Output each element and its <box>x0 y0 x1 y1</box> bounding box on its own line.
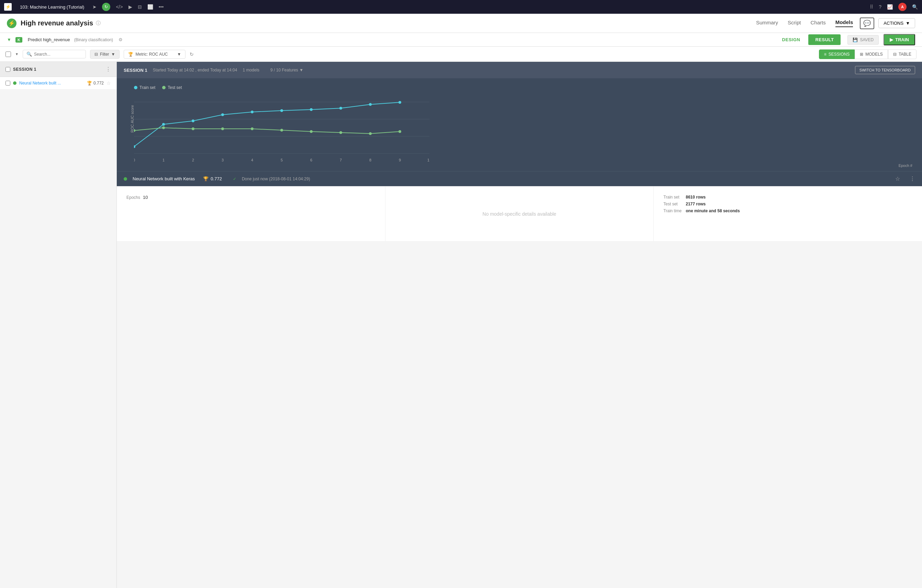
model-info-bar: Neural Network built with Keras 🏆 0.772 … <box>117 171 922 186</box>
y-axis-label: ROC AUC score <box>130 105 134 132</box>
collapse-icon[interactable]: ▼ <box>7 37 11 42</box>
view-buttons: ≡ SESSIONS ⊞ MODELS ⊟ TABLE <box>819 49 917 59</box>
epochs-panel: Epochs 10 <box>117 186 386 241</box>
epochs-detail: Epochs 10 <box>126 195 376 200</box>
nav-summary[interactable]: Summary <box>756 20 778 27</box>
favorite-star-icon[interactable]: ☆ <box>106 80 111 86</box>
grid-icon[interactable]: ⊟ <box>138 4 142 10</box>
apps-icon[interactable]: ⠿ <box>870 4 873 10</box>
help-icon[interactable]: ? <box>879 4 881 10</box>
session-features[interactable]: 9 / 10 Features ▼ <box>270 68 303 72</box>
train-button[interactable]: ▶ TRAIN <box>884 34 915 45</box>
model-info-name: Neural Network built with Keras <box>132 176 195 181</box>
table-icon: ⊟ <box>893 52 897 57</box>
model-menu-icon[interactable]: ⋮ <box>910 175 915 182</box>
actions-button[interactable]: ACTIONS ▼ <box>878 18 915 28</box>
window-title: 103: Machine Learning (Tutorial) <box>20 5 84 10</box>
app-logo[interactable]: ⚡ <box>4 3 12 11</box>
tensorboard-button[interactable]: SWITCH TO TENSORBOARD <box>855 66 915 74</box>
session-models-count: 1 models <box>242 68 259 72</box>
nav-models[interactable]: Models <box>835 19 853 27</box>
result-button[interactable]: RESULT <box>808 34 840 45</box>
save-icon: 💾 <box>853 38 858 42</box>
info-icon[interactable]: ⓘ <box>96 20 101 26</box>
select-all-checkbox[interactable] <box>5 52 11 57</box>
train-legend-item: Train set <box>134 85 155 90</box>
filter-button[interactable]: ⊟ Filter ▼ <box>90 50 120 59</box>
svg-point-30 <box>192 127 195 130</box>
chart-container: Train set Test set ROC AUC score 0.850 <box>117 78 922 171</box>
svg-point-32 <box>251 127 253 130</box>
k-badge: K <box>15 37 22 42</box>
svg-point-36 <box>369 132 372 135</box>
session-checkbox[interactable] <box>5 67 10 72</box>
svg-text:8: 8 <box>369 158 371 162</box>
svg-point-31 <box>221 127 224 130</box>
filter-icon: ⊟ <box>95 52 98 57</box>
model-row[interactable]: Neural Network built ... 🏆 0.772 ☆ <box>0 77 116 90</box>
user-avatar[interactable]: A <box>898 3 907 11</box>
chat-button[interactable]: 💬 <box>860 18 874 29</box>
nav-charts[interactable]: Charts <box>810 20 826 27</box>
sessions-view-button[interactable]: ≡ SESSIONS <box>819 49 855 59</box>
design-button[interactable]: DESIGN <box>777 34 806 45</box>
top-bar-icons: ➤ ↻ </> ▶ ⊟ ⬜ ••• <box>92 3 163 11</box>
model-star-icon[interactable]: ☆ <box>895 175 900 182</box>
epochs-label: Epochs <box>126 195 140 200</box>
svg-point-34 <box>310 130 312 133</box>
svg-text:0: 0 <box>134 158 135 162</box>
page-title: High revenue analysis <box>21 19 93 27</box>
main-content: SESSION 1 ⋮ Neural Network built ... 🏆 0… <box>0 62 922 588</box>
classification-label: (Binary classification) <box>74 38 113 42</box>
nav-script[interactable]: Script <box>788 20 801 27</box>
metric-select[interactable]: 🏆 Metric: ROC AUC ▼ <box>124 50 185 59</box>
sidebar: SESSION 1 ⋮ Neural Network built ... 🏆 0… <box>0 62 117 588</box>
svg-point-26 <box>369 103 372 106</box>
stats-grid: Train set 8610 rows Test set 2177 rows T… <box>663 195 912 213</box>
search-icon[interactable]: 🔍 <box>912 4 918 10</box>
models-view-button[interactable]: ⊞ MODELS <box>855 49 888 59</box>
table-view-button[interactable]: ⊟ TABLE <box>888 49 917 59</box>
code-icon[interactable]: </> <box>116 4 123 10</box>
session-header: SESSION 1 ⋮ <box>0 62 116 77</box>
search-input[interactable] <box>34 52 82 57</box>
svg-text:6: 6 <box>310 158 312 162</box>
trending-icon[interactable]: 📈 <box>887 4 893 10</box>
svg-text:4: 4 <box>251 158 253 162</box>
play-train-icon: ▶ <box>890 37 893 42</box>
sessions-icon: ≡ <box>824 52 827 57</box>
session-menu-icon[interactable]: ⋮ <box>105 66 111 72</box>
header-actions: 💬 ACTIONS ▼ <box>860 18 915 29</box>
trophy-metric-icon: 🏆 <box>128 52 133 57</box>
play-icon[interactable]: ▶ <box>129 4 132 10</box>
search-box: 🔍 <box>23 50 86 59</box>
svg-point-22 <box>251 111 253 113</box>
top-bar: ⚡ 103: Machine Learning (Tutorial) ➤ ↻ <… <box>0 0 922 14</box>
saved-button[interactable]: 💾 SAVED <box>847 35 879 45</box>
sub-header: ▼ K Predict high_revenue (Binary classif… <box>0 33 922 47</box>
svg-point-19 <box>162 123 165 126</box>
navigate-icon[interactable]: ➤ <box>92 4 96 10</box>
model-checkbox[interactable] <box>5 81 10 85</box>
features-chevron-icon: ▼ <box>299 68 303 72</box>
refresh-metric-icon[interactable]: ↻ <box>190 52 194 57</box>
more-icon[interactable]: ••• <box>159 4 164 10</box>
model-score: 🏆 0.772 <box>87 81 104 85</box>
chart-area: SESSION 1 Started Today at 14:02 , ended… <box>117 62 922 588</box>
refresh-icon[interactable]: ↻ <box>102 3 110 11</box>
svg-text:9: 9 <box>399 158 401 162</box>
checkbox-chevron-icon[interactable]: ▼ <box>15 52 18 56</box>
chevron-down-icon: ▼ <box>906 21 910 26</box>
top-bar-right: ⠿ ? 📈 A 🔍 <box>870 3 918 11</box>
svg-text:10: 10 <box>427 158 429 162</box>
svg-point-20 <box>192 119 195 122</box>
svg-point-23 <box>280 109 283 112</box>
metric-chevron-icon: ▼ <box>177 52 181 57</box>
settings-icon[interactable]: ⚙ <box>119 37 123 42</box>
screen-icon[interactable]: ⬜ <box>147 4 153 10</box>
trophy-score-icon: 🏆 <box>203 176 209 181</box>
svg-text:5: 5 <box>281 158 283 162</box>
filter-chevron-icon: ▼ <box>111 52 115 57</box>
model-name: Neural Network built ... <box>19 81 84 85</box>
train-legend-label: Train set <box>139 85 155 90</box>
